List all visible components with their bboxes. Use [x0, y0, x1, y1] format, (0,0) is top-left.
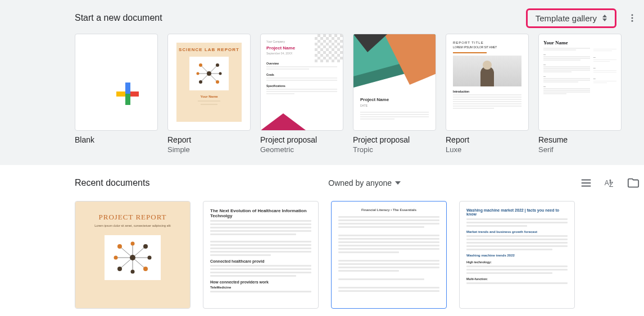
- doc-preview: Financial Literacy • The Essentials: [332, 201, 446, 308]
- template-subtitle: Luxe: [446, 145, 529, 154]
- thumb-report-title: REPORT TITLE: [453, 41, 521, 44]
- template-header: Start a new document Template gallery: [75, 8, 642, 28]
- owned-by-filter[interactable]: Owned by anyone: [323, 175, 406, 191]
- thumb-project: Project Name: [360, 97, 389, 102]
- template-name: Project proposal: [353, 135, 436, 144]
- recent-doc[interactable]: Washing machine market 2022 | facts you …: [459, 201, 575, 309]
- doc-preview: PROJECT REPORT Lorem ipsum dolor sit ame…: [75, 201, 190, 308]
- thumb-h3: Specifications: [266, 84, 337, 88]
- geometric-shapes: [353, 34, 436, 93]
- svg-text:A: A: [605, 179, 609, 187]
- thumb-intro: Introduction: [453, 90, 521, 93]
- template-thumb: Your Name — — — —: [538, 34, 622, 131]
- doc-title: PROJECT REPORT: [83, 213, 182, 222]
- svg-point-35: [114, 256, 118, 260]
- recent-header: Recent documents Owned by anyone AZ: [75, 175, 642, 191]
- doc-heading: Multi-function:: [466, 277, 568, 281]
- template-thumb: [75, 34, 158, 131]
- template-thumb: REPORT TITLE LOREM IPSUM DOLOR SIT AMET …: [446, 34, 529, 131]
- recent-title: Recent documents: [75, 178, 149, 188]
- recent-doc[interactable]: The Next Evolution of Healthcare Informa…: [203, 201, 319, 309]
- template-thumb: Your Company Project Name September 04, …: [260, 34, 343, 131]
- doc-heading: Market trends and business growth foreca…: [466, 230, 568, 233]
- thumb-name: Your Name: [200, 95, 217, 98]
- template-proposal-tropic[interactable]: Project Name DATE Project proposal Tropi…: [353, 34, 436, 154]
- template-gallery-label: Template gallery: [536, 13, 597, 23]
- thumb-hero-image: [453, 56, 521, 86]
- doc-title: Washing machine market 2022 | facts you …: [466, 208, 568, 216]
- svg-point-34: [143, 267, 148, 271]
- open-picker-button[interactable]: [627, 176, 640, 190]
- svg-point-2: [632, 20, 633, 22]
- template-blank[interactable]: Blank: [75, 34, 158, 154]
- svg-point-0: [632, 14, 633, 16]
- svg-point-36: [148, 256, 152, 260]
- owned-by-label: Owned by anyone: [328, 178, 392, 187]
- thumb-name: Your Name: [543, 40, 590, 45]
- template-gallery-button[interactable]: Template gallery: [526, 8, 616, 28]
- template-subtitle: Simple: [167, 145, 251, 154]
- doc-preview: The Next Evolution of Healthcare Informa…: [203, 201, 318, 308]
- molecule-icon: [107, 238, 158, 277]
- doc-heading: TeleMedicine: [210, 286, 311, 289]
- triangle-shape: [261, 113, 306, 130]
- template-thumb: SCIENCE LAB REPORT Your Name: [167, 34, 251, 131]
- thumb-title: SCIENCE LAB REPORT: [179, 47, 239, 52]
- template-proposal-geometric[interactable]: Your Company Project Name September 04, …: [260, 34, 343, 154]
- thumb-lorem: LOREM IPSUM DOLOR SIT AMET: [453, 45, 521, 49]
- list-icon: [580, 177, 592, 189]
- template-subtitle: Geometric: [260, 145, 343, 154]
- svg-point-15: [219, 72, 222, 75]
- svg-point-38: [131, 270, 135, 274]
- sort-az-icon: AZ: [604, 177, 616, 189]
- recent-doc[interactable]: PROJECT REPORT Lorem ipsum dolor sit ame…: [75, 201, 191, 309]
- checker-pattern: [315, 34, 343, 62]
- template-report-simple[interactable]: SCIENCE LAB REPORT Your Name Report Si: [167, 34, 251, 154]
- doc-title: The Next Evolution of Healthcare Informa…: [210, 208, 311, 218]
- doc-title: Financial Literacy • The Essentials: [338, 208, 439, 212]
- start-new-doc-title: Start a new document: [75, 13, 162, 23]
- sort-button[interactable]: AZ: [603, 176, 616, 190]
- svg-point-9: [207, 71, 211, 76]
- svg-point-33: [117, 267, 122, 271]
- more-options-button[interactable]: [622, 8, 642, 28]
- folder-icon: [627, 177, 640, 189]
- molecule-icon: [192, 59, 226, 88]
- dropdown-icon: [395, 181, 401, 185]
- template-resume-serif[interactable]: Your Name — — — —: [538, 34, 622, 154]
- doc-preview: Washing machine market 2022 | facts you …: [460, 201, 574, 308]
- template-name: Blank: [75, 135, 158, 144]
- template-thumb: Project Name DATE: [353, 34, 436, 131]
- svg-point-32: [143, 244, 148, 249]
- template-name: Report: [446, 135, 529, 144]
- template-name: Report: [167, 135, 251, 144]
- template-name: Project proposal: [260, 135, 343, 144]
- doc-subtitle: Lorem ipsum dolor sit amet, consectetuer…: [83, 224, 182, 227]
- doc-heading: Washing machine trends 2022: [466, 254, 568, 257]
- svg-text:Z: Z: [609, 181, 613, 189]
- template-subtitle: Serif: [538, 145, 622, 154]
- svg-point-12: [199, 80, 202, 84]
- svg-point-31: [117, 244, 122, 249]
- recent-section: Recent documents Owned by anyone AZ: [0, 165, 644, 309]
- unfold-icon: [602, 15, 607, 21]
- template-report-luxe[interactable]: REPORT TITLE LOREM IPSUM DOLOR SIT AMET …: [446, 34, 529, 154]
- recent-doc-selected[interactable]: Financial Literacy • The Essentials: [331, 201, 447, 309]
- svg-point-14: [197, 72, 199, 75]
- template-name: Resume: [538, 135, 622, 144]
- doc-heading: How connected providers work: [210, 280, 311, 284]
- list-view-button[interactable]: [579, 176, 593, 190]
- template-section: Start a new document Template gallery: [0, 0, 644, 165]
- svg-point-11: [216, 63, 219, 67]
- svg-point-1: [632, 17, 633, 19]
- svg-point-10: [199, 63, 202, 67]
- doc-heading: Connected healthcare provid: [210, 259, 311, 263]
- thumb-date: DATE: [360, 104, 368, 107]
- more-vert-icon: [627, 13, 637, 23]
- template-row: Blank SCIENCE LAB REPORT: [75, 34, 642, 154]
- recent-docs-row: PROJECT REPORT Lorem ipsum dolor sit ame…: [75, 201, 642, 309]
- svg-point-37: [131, 242, 135, 246]
- svg-point-13: [216, 80, 219, 84]
- thumb-h2: Goals: [266, 73, 337, 76]
- svg-point-30: [130, 255, 135, 260]
